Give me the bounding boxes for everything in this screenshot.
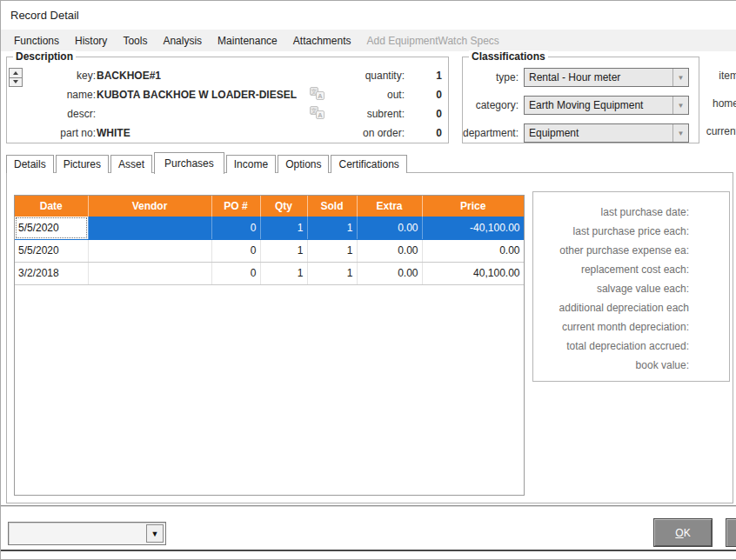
- book-value-label: book value:: [533, 356, 689, 375]
- menu-analysis[interactable]: Analysis: [155, 35, 210, 47]
- col-header-price[interactable]: Price: [422, 196, 524, 217]
- cell-price[interactable]: -40,100.00: [422, 217, 524, 239]
- description-legend: Description: [13, 50, 76, 63]
- cell-extra[interactable]: 0.00: [357, 239, 422, 262]
- replacement-cost-label: replacement cost each:: [533, 260, 689, 279]
- col-header-qty[interactable]: Qty: [260, 196, 307, 217]
- cell-po[interactable]: 0: [211, 239, 260, 262]
- cell-sold[interactable]: 1: [307, 239, 357, 262]
- col-header-extra[interactable]: Extra: [357, 196, 422, 217]
- cell-date[interactable]: 5/5/2020: [15, 217, 88, 239]
- name-value: KUBOTA BACKHOE W LOADER-DIESEL: [97, 89, 297, 101]
- quantity-value: 1: [416, 70, 442, 82]
- total-depreciation-accrued-label: total depreciation accrued:: [533, 337, 689, 356]
- type-combobox[interactable]: Rental - Hour meter ▼: [524, 68, 689, 87]
- purchase-summary-panel: last purchase date: last purchase price …: [532, 191, 730, 382]
- cell-qty[interactable]: 1: [260, 239, 307, 262]
- cell-vendor[interactable]: [88, 262, 211, 284]
- type-value: Rental - Hour meter: [525, 71, 672, 83]
- category-value: Earth Moving Equipment: [525, 99, 672, 111]
- cell-qty[interactable]: 1: [260, 262, 307, 284]
- cell-price[interactable]: 40,100.00: [422, 262, 524, 284]
- name-label: name:: [33, 89, 96, 101]
- cell-extra[interactable]: 0.00: [357, 262, 422, 284]
- cell-sold[interactable]: 1: [307, 262, 357, 284]
- table-row[interactable]: 3/2/2018 0 1 1 0.00 40,100.00: [15, 262, 524, 284]
- tab-strip: Details Pictures Asset Purchases Income …: [6, 154, 409, 173]
- subrent-label: subrent:: [326, 108, 405, 120]
- cell-vendor[interactable]: [88, 217, 211, 239]
- cell-price[interactable]: 0.00: [422, 239, 524, 262]
- tab-purchases[interactable]: Purchases: [154, 152, 224, 174]
- cell-sold[interactable]: 1: [307, 217, 357, 239]
- cell-po[interactable]: 0: [211, 262, 260, 284]
- purchases-grid: Date Vendor PO # Qty Sold Extra Price 5/…: [14, 195, 525, 496]
- menu-attachments[interactable]: Attachments: [285, 35, 359, 47]
- cell-date[interactable]: 3/2/2018: [15, 262, 88, 284]
- tab-options[interactable]: Options: [278, 155, 329, 173]
- tab-details[interactable]: Details: [6, 155, 54, 173]
- purchases-tab-page: Date Vendor PO # Qty Sold Extra Price 5/…: [6, 172, 733, 503]
- ok-button[interactable]: OK: [653, 518, 713, 547]
- table-row[interactable]: 5/5/2020 0 1 1 0.00 0.00: [15, 239, 524, 262]
- descr-label: descr:: [33, 108, 96, 120]
- window-bottom-edge: [1, 550, 736, 551]
- col-header-date[interactable]: Date: [15, 196, 88, 217]
- grid-header-row: Date Vendor PO # Qty Sold Extra Price: [15, 196, 524, 217]
- menu-history[interactable]: History: [67, 35, 115, 47]
- out-label: out:: [326, 89, 405, 101]
- col-header-vendor[interactable]: Vendor: [88, 196, 211, 217]
- classifications-legend: Classifications: [469, 50, 548, 63]
- record-detail-window: Record Detail Functions History Tools An…: [0, 0, 736, 560]
- tab-pictures[interactable]: Pictures: [56, 155, 109, 173]
- translate-descr-icon[interactable]: 文 A: [310, 106, 325, 120]
- tab-certifications[interactable]: Certifications: [331, 155, 406, 173]
- on-order-label: on order:: [326, 127, 405, 139]
- department-value: Equipment: [525, 127, 672, 139]
- titlebar: Record Detail: [1, 1, 736, 30]
- cell-qty[interactable]: 1: [260, 217, 307, 239]
- other-purchase-expense-label: other purchase expense ea:: [533, 241, 689, 260]
- menu-add-equipmentwatch-specs: Add EquipmentWatch Specs: [359, 35, 507, 47]
- cell-extra[interactable]: 0.00: [357, 217, 422, 239]
- out-value: 0: [416, 89, 442, 101]
- department-combobox[interactable]: Equipment ▼: [524, 123, 689, 143]
- col-header-sold[interactable]: Sold: [307, 196, 357, 217]
- item-label: item: [685, 70, 736, 82]
- svg-text:A: A: [318, 111, 323, 119]
- cell-vendor[interactable]: [88, 239, 211, 262]
- current-month-depreciation-label: current month depreciation:: [533, 317, 689, 337]
- department-label: department:: [463, 127, 519, 139]
- salvage-value-label: salvage value each:: [533, 279, 689, 298]
- quantity-label: quantity:: [326, 70, 405, 82]
- translate-name-icon[interactable]: 文 A: [310, 87, 325, 101]
- type-label: type:: [463, 71, 519, 83]
- col-header-po[interactable]: PO #: [211, 196, 260, 217]
- tab-income[interactable]: Income: [226, 155, 276, 173]
- category-combobox[interactable]: Earth Moving Equipment ▼: [524, 96, 689, 115]
- window-title: Record Detail: [10, 9, 79, 22]
- footer-divider: [1, 505, 736, 508]
- description-group: Description key: BACKHOE#1 quantity: 1 n…: [6, 57, 449, 143]
- menu-tools[interactable]: Tools: [115, 35, 155, 47]
- cell-po[interactable]: 0: [211, 217, 260, 239]
- current-label: current: [685, 125, 736, 137]
- cell-date[interactable]: 5/5/2020: [15, 239, 88, 262]
- classifications-group: Classifications type: Rental - Hour mete…: [462, 57, 699, 143]
- home-label: home: [685, 97, 736, 110]
- chevron-down-icon[interactable]: ▼: [146, 524, 164, 543]
- subrent-value: 0: [416, 108, 442, 120]
- tab-asset[interactable]: Asset: [110, 155, 152, 173]
- on-order-value: 0: [416, 127, 442, 139]
- menu-functions[interactable]: Functions: [6, 35, 67, 47]
- cutoff-button[interactable]: [726, 518, 736, 547]
- footer-combobox[interactable]: ▼: [8, 522, 166, 545]
- last-purchase-price-label: last purchase price each:: [533, 222, 689, 241]
- svg-text:A: A: [318, 92, 323, 100]
- part-no-value: WHITE: [97, 127, 130, 139]
- additional-depreciation-label: additional depreciation each: [533, 298, 689, 317]
- key-label: key:: [33, 70, 96, 82]
- ok-accesskey: O: [675, 527, 683, 539]
- table-row[interactable]: 5/5/2020 0 1 1 0.00 -40,100.00: [15, 217, 524, 239]
- menu-maintenance[interactable]: Maintenance: [210, 35, 285, 47]
